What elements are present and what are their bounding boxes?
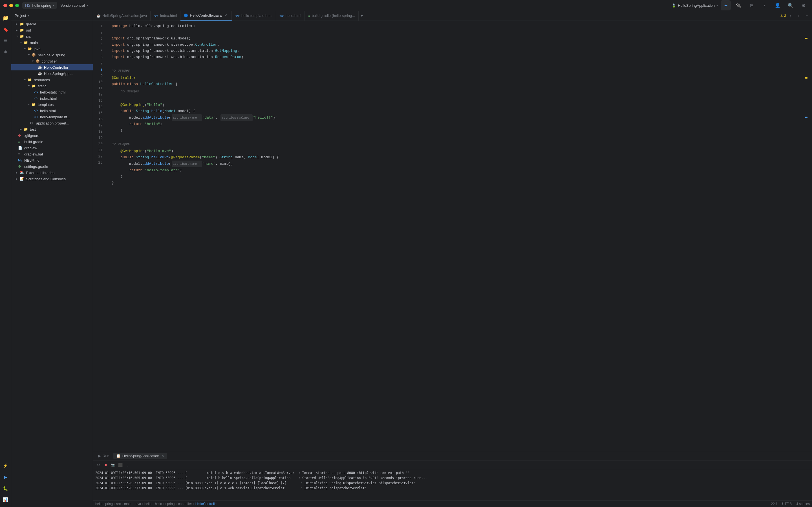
search-icon[interactable]: 🔍 xyxy=(785,0,796,10)
tree-item-main[interactable]: ▼ 📁 main xyxy=(11,40,93,46)
no-usages-1: no usages xyxy=(107,66,808,75)
more-tabs-icon[interactable]: ⋯ xyxy=(803,12,810,19)
tree-item-hello-html[interactable]: </> hello.html xyxy=(11,108,93,114)
plugin-icon[interactable]: 🔌 xyxy=(733,0,744,10)
bottom-tab-HelloSpringApp[interactable]: 📋 HelloSpringApplication ✕ xyxy=(113,453,167,459)
tab-HelloSpringApplication[interactable]: ☕ HelloSpringApplication.java xyxy=(93,11,151,20)
code-line-17: @GetMapping("hello-mvc") xyxy=(107,148,808,154)
settings-icon[interactable]: ⚙ xyxy=(799,0,809,10)
tree-item-pkg[interactable]: ▼ 📦 hello.hello.spring xyxy=(11,52,93,58)
warning-icon: ⚠ xyxy=(780,14,783,18)
restart-btn[interactable]: ↺ xyxy=(95,462,101,468)
tree-item-ext-libs[interactable]: ▶ 📚 External Libraries xyxy=(11,170,93,176)
code-line-18: public String helloMvc(@RequestParam("na… xyxy=(107,154,808,161)
breadcrumb-main[interactable]: main xyxy=(124,502,132,506)
tree-item-static[interactable]: ▼ 📁 static xyxy=(11,83,93,89)
tree-item-hello-static[interactable]: </> hello-static.html xyxy=(11,89,93,95)
tree-item-controller[interactable]: ▼ 📦 controller xyxy=(11,58,93,64)
tab-hello-html[interactable]: </> hello.html xyxy=(276,11,305,20)
traffic-lights xyxy=(3,4,19,7)
project-selector[interactable]: HS hello-spring ▾ xyxy=(22,2,57,9)
run-config-icon[interactable]: ⚡ xyxy=(1,461,11,471)
breadcrumb-hello2[interactable]: hello xyxy=(155,502,162,506)
tab-hello-template[interactable]: </> hello-template.html xyxy=(232,11,276,20)
breadcrumb-hello1[interactable]: hello xyxy=(144,502,151,506)
split-down-icon[interactable]: ↓ xyxy=(795,12,802,19)
vc-label: Version control xyxy=(61,3,85,8)
file-tree: ▶ 📁 gradle ▶ 📁 out ▼ 📁 src ▼ 📁 main xyxy=(11,21,93,507)
tree-item-java[interactable]: ▼ 📂 java xyxy=(11,46,93,52)
layout-icon[interactable]: ⊞ xyxy=(747,0,757,10)
breadcrumb-HelloController[interactable]: HelloController xyxy=(195,502,218,506)
bookmarks-icon[interactable]: 🔖 xyxy=(1,24,11,34)
tree-item-index-html[interactable]: </> index.html xyxy=(11,95,93,101)
app-tab-close[interactable]: ✕ xyxy=(161,454,164,458)
encoding[interactable]: UTF-8 xyxy=(782,502,792,506)
warning-indicator[interactable]: ⚠ 3 xyxy=(780,14,786,18)
screenshot-btn[interactable]: 📷 xyxy=(110,462,116,468)
code-line-22: } xyxy=(107,180,808,186)
more-btn[interactable]: ⋮ xyxy=(124,462,131,468)
tree-item-app-props[interactable]: ⚙ application.propert... xyxy=(11,120,93,126)
code-line-19: model.addAttribute(attributeName: "name"… xyxy=(107,161,808,167)
app-name-button[interactable]: 🍃 HelloSpringApplication ▾ xyxy=(672,3,718,8)
tab-overflow[interactable]: ▾ xyxy=(359,11,365,20)
breadcrumb[interactable]: hello-spring › src › main › java › hello… xyxy=(95,502,218,506)
tree-item-gradle[interactable]: ▶ 📁 gradle xyxy=(11,21,93,27)
tree-item-HelloSpringApplication[interactable]: ☕ HelloSpringAppl... xyxy=(11,70,93,76)
tree-item-gitignore[interactable]: ⊘ .gitignore xyxy=(11,132,93,138)
title-bar-right: 🍃 HelloSpringApplication ▾ ✦ 🔌 ⊞ ⋮ 👤 🔍 ⚙ xyxy=(672,0,809,10)
breadcrumb-spring[interactable]: spring xyxy=(165,502,175,506)
profiler-icon[interactable]: 📊 xyxy=(1,495,11,505)
code-line-9: public class HelloController { xyxy=(107,81,808,87)
menu-icon[interactable]: ⋮ xyxy=(760,0,770,10)
close-button[interactable] xyxy=(3,4,7,7)
breadcrumb-hello-spring[interactable]: hello-spring xyxy=(95,502,113,506)
tree-item-templates[interactable]: ▼ 📁 templates xyxy=(11,101,93,108)
tree-item-gradlew-bat[interactable]: ≡ gradlew.bat xyxy=(11,151,93,157)
indentation[interactable]: 4 spaces xyxy=(796,502,810,506)
maximize-button[interactable] xyxy=(15,4,19,7)
split-up-icon[interactable]: ↑ xyxy=(787,12,794,19)
tree-item-out[interactable]: ▶ 📁 out xyxy=(11,27,93,33)
breadcrumb-java[interactable]: java xyxy=(135,502,141,506)
tab-close-HelloController[interactable]: ✕ xyxy=(223,13,228,18)
tree-item-gradlew[interactable]: 📄 gradlew xyxy=(11,145,93,151)
main-layout: 📁 🔖 ☰ ⊕ ⚡ ▶ 🐛 📊 Project ▾ ▶ 📁 gradle ▶ 📁 xyxy=(0,11,812,507)
minimize-button[interactable] xyxy=(9,4,13,7)
tree-item-scratches[interactable]: ▶ 📝 Scratches and Consoles xyxy=(11,176,93,182)
account-icon[interactable]: 👤 xyxy=(772,0,783,10)
tree-item-settings-gradle[interactable]: ⚙ settings.gradle xyxy=(11,163,93,170)
run-icon[interactable]: ▶ xyxy=(1,472,11,482)
tree-item-src[interactable]: ▼ 📁 src xyxy=(11,33,93,40)
right-gutter xyxy=(808,21,812,451)
tree-item-HelloController[interactable]: ☕ HelloController xyxy=(11,64,93,70)
tab-label: hello-template.html xyxy=(241,13,272,18)
version-control-button[interactable]: Version control ▾ xyxy=(61,3,88,8)
tree-item-help-md[interactable]: M↓ HELP.md xyxy=(11,157,93,163)
app-tab-icon: 📋 xyxy=(116,454,121,458)
debug-icon[interactable]: 🐛 xyxy=(1,483,11,494)
project-view-icon[interactable]: 📁 xyxy=(1,13,11,23)
tab-HelloController[interactable]: 🔵 HelloController.java ✕ xyxy=(181,11,232,20)
tab-build-gradle[interactable]: ≡ build.gradle (hello-spring... xyxy=(305,11,359,20)
cursor-position[interactable]: 22:1 xyxy=(771,502,777,506)
breadcrumb-src[interactable]: src xyxy=(116,502,121,506)
tab-index-html[interactable]: </> index.html xyxy=(151,11,181,20)
run-tab-label: Run xyxy=(103,454,109,458)
wrap-btn[interactable]: ⬛ xyxy=(117,462,123,468)
bottom-tab-run[interactable]: ▶ Run xyxy=(95,453,112,459)
tree-item-hello-template[interactable]: </> hello-template.ht... xyxy=(11,114,93,120)
console-output[interactable]: 2024-01-09T11:00:16.501+09:00 INFO 30996… xyxy=(93,469,812,500)
tree-item-build-gradle[interactable]: ≡ build.gradle xyxy=(11,138,93,145)
stop-btn[interactable]: ■ xyxy=(103,462,109,468)
status-right: 22:1 UTF-8 4 spaces xyxy=(771,502,810,506)
breadcrumb-controller[interactable]: controller xyxy=(178,502,192,506)
copilot-icon[interactable]: ✦ xyxy=(721,0,731,10)
code-area[interactable]: package hello.hello.spring.controller; i… xyxy=(107,21,808,451)
more-tools-icon[interactable]: ⊕ xyxy=(1,47,11,57)
tree-item-test[interactable]: ▶ 📁 test xyxy=(11,126,93,132)
code-line-12: public String hello(Model model) { xyxy=(107,108,808,114)
structure-icon[interactable]: ☰ xyxy=(1,36,11,46)
tree-item-resources[interactable]: ▼ 📁 resources xyxy=(11,76,93,83)
